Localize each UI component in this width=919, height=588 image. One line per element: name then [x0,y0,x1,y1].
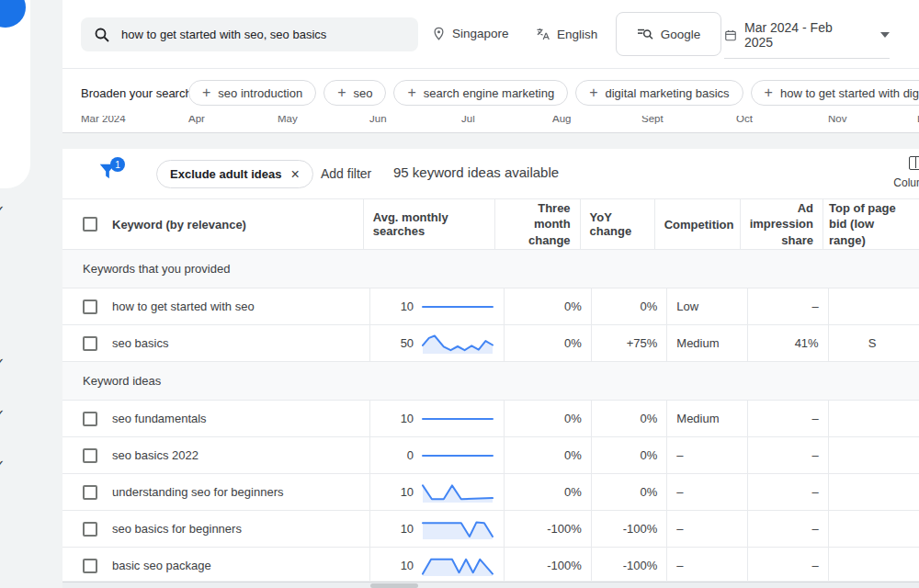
competition-value: – [676,485,683,499]
avg-monthly-searches-value: 10 [401,522,414,536]
avg-monthly-searches-value: 50 [401,336,414,350]
partial-check-icon: ✓ [0,457,6,473]
results-summary: 95 keyword ideas available [393,164,559,180]
columns-label: Columns [888,176,919,189]
keyword-search-input[interactable]: how to get started with seo, seo basics [81,17,418,51]
row-checkbox[interactable] [83,559,97,573]
broaden-chip-label: search engine marketing [424,86,554,100]
search-icon [94,27,110,43]
ad-impression-share-value: – [811,300,818,313]
yoy-change-value: -100% [623,522,658,536]
header-top-of-page-bid[interactable]: Top of page bid (low range) [829,200,910,249]
yoy-change-value: 0% [641,412,658,425]
avg-monthly-searches-value: 10 [401,300,414,313]
ad-impression-share-value: – [811,412,818,425]
columns-button[interactable]: Columns [888,156,919,189]
three-month-change-value: -100% [547,559,582,572]
plus-icon: + [407,85,415,101]
row-checkbox[interactable] [83,336,97,351]
broaden-chip[interactable]: +seo [323,80,386,106]
yoy-change-value: 0% [641,448,658,462]
month-tick-label: Aug [552,116,571,124]
language-label: English [557,28,597,41]
competition-value: – [676,559,683,572]
yoy-change-value: -100% [623,559,658,572]
header-competition[interactable]: Competition [664,218,734,232]
keyword-row: seo basics for beginners10-100%-100%–– [62,511,919,548]
row-checkbox[interactable] [83,448,97,463]
month-tick-label: Nov [828,116,846,124]
three-month-change-value: 0% [564,485,582,499]
broaden-chip[interactable]: +search engine marketing [393,80,568,106]
keyword-row: how to get started with seo100%0%Low– [62,288,919,325]
remove-filter-icon[interactable]: × [290,166,299,183]
plus-icon: + [589,85,597,101]
row-checkbox[interactable] [83,522,97,537]
table-header-row: Keyword (by relevance) Avg. monthly sear… [62,199,919,250]
trend-chart-month-axis: Mar 2024AprMayJunJulAugSeptOctNovDec [62,116,919,133]
trend-sparkline [421,332,494,356]
broaden-chip-list: +seo introduction+seo+search engine mark… [188,80,919,106]
broaden-search-bar: Broaden your search: +seo introduction+s… [62,70,919,116]
keyword-text: how to get started with seo [112,300,255,313]
trend-sparkline [421,295,494,319]
broaden-chip[interactable]: +seo introduction [188,80,316,106]
three-month-change-value: 0% [564,300,582,313]
ad-impression-share-value: – [811,559,818,572]
keyword-row: understanding seo for beginners100%0%–– [62,474,919,511]
header-ad-impression-share[interactable]: Ad impression share [750,200,813,249]
broaden-chip[interactable]: +digital marketing basics [575,80,743,106]
yoy-change-value: 0% [641,485,658,499]
broaden-chip-label: how to get started with digital marketin… [780,86,919,100]
header-avg-monthly-searches[interactable]: Avg. monthly searches [373,210,485,238]
yoy-change-value: +75% [627,336,658,350]
language-selector[interactable]: English [535,27,597,41]
search-network-icon [637,27,653,41]
row-checkbox[interactable] [83,412,97,426]
row-checkbox[interactable] [83,300,97,314]
select-all-checkbox[interactable] [83,217,97,232]
search-settings-bar: how to get started with seo, seo basics … [62,0,919,69]
competition-value: Low [676,300,698,313]
keyword-row: basic seo package10-100%-100%–– [62,548,919,581]
broaden-label: Broaden your search: [81,86,195,100]
broaden-chip[interactable]: +how to get started with digital marketi… [751,80,919,106]
date-range-selector[interactable]: Mar 2024 - Feb 2025 [724,20,890,59]
location-selector[interactable]: Singapore [432,27,509,40]
table-section-label: Keywords that you provided [62,250,919,288]
keyword-ideas-card: 1 Exclude adult ideas × Add filter 95 ke… [62,149,919,581]
filter-button[interactable]: 1 [97,161,125,188]
month-tick-label: Jun [369,116,387,124]
broaden-chip-label: seo introduction [218,86,302,100]
trend-sparkline [421,407,494,431]
add-filter-button[interactable]: Add filter [321,166,371,181]
three-month-change-value: 0% [564,448,582,462]
keyword-planner-main: how to get started with seo, seo basics … [62,0,919,588]
avg-monthly-searches-value: 10 [401,412,414,425]
keyword-text: seo basics [112,336,168,350]
yoy-change-value: 0% [641,300,658,313]
keyword-text: seo fundamentals [112,412,207,425]
month-tick-label: Jul [461,116,475,124]
top-zone: how to get started with seo, seo basics … [62,0,919,133]
horizontal-scrollbar[interactable] [62,582,919,588]
table-body: Keywords that you providedhow to get sta… [62,250,919,581]
keyword-row: seo basics 202200%0%–– [62,437,919,474]
header-keyword[interactable]: Keyword (by relevance) [112,218,246,232]
partial-check-icon: ✓ [0,202,6,219]
translate-icon [535,27,550,41]
ad-impression-share-value: – [811,522,818,536]
columns-icon [909,156,919,170]
avg-monthly-searches-value: 0 [407,448,414,462]
collapsed-nav-panel [0,0,30,188]
exclude-adult-ideas-chip[interactable]: Exclude adult ideas × [156,160,313,188]
row-checkbox[interactable] [83,485,97,500]
keyword-row: seo fundamentals100%0%Medium– [62,401,919,437]
header-yoy-change[interactable]: YoY change [590,210,645,238]
search-network-button[interactable]: Google [616,12,721,56]
broaden-chip-label: digital marketing basics [605,86,729,100]
avg-monthly-searches-value: 10 [401,559,414,572]
header-three-month-change[interactable]: Three month change [505,200,571,249]
table-section-label: Keyword ideas [62,362,919,401]
scrollbar-thumb[interactable] [370,583,418,588]
